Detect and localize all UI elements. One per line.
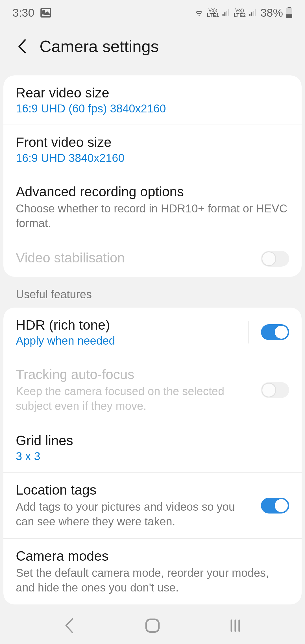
useful-features-label: Useful features [0,277,305,308]
picture-icon [40,6,52,19]
setting-title: Location tags [16,482,255,498]
setting-title: Front video size [16,134,289,150]
setting-title: Video stabilisation [16,250,255,266]
nav-recents-button[interactable] [224,614,247,637]
setting-title: Advanced recording options [16,184,289,199]
back-button[interactable] [17,41,28,52]
video-stabilisation-row: Video stabilisation [3,240,302,277]
navigation-bar [0,607,305,644]
useful-features-card: HDR (rich tone) Apply when needed Tracki… [3,308,302,604]
hdr-row[interactable]: HDR (rich tone) Apply when needed [3,308,302,357]
video-settings-card: Rear video size 16:9 UHD (60 fps) 3840x2… [3,75,302,277]
video-stabilisation-toggle [261,251,289,267]
setting-title: Rear video size [16,85,289,101]
divider [248,321,249,343]
setting-title: Tracking auto-focus [16,367,255,382]
wifi-icon [194,8,204,18]
front-video-size-row[interactable]: Front video size 16:9 UHD 3840x2160 [3,125,302,174]
status-bar: 3:30 Vo)) LTE1 Vo)) LTE2 38% [0,0,305,25]
svg-rect-4 [286,14,292,18]
setting-value: 3 x 3 [16,450,289,463]
tracking-autofocus-row: Tracking auto-focus Keep the camera focu… [3,357,302,423]
setting-title: Camera modes [16,548,289,564]
svg-point-1 [43,10,45,12]
battery-percent: 38% [260,6,283,19]
setting-title: HDR (rich tone) [16,317,242,333]
setting-desc: Keep the camera focused on the selected … [16,384,255,413]
signal2-icon [249,8,258,17]
hdr-toggle[interactable] [261,324,289,340]
page-title: Camera settings [40,37,159,56]
setting-desc: Set the default camera mode, reorder you… [16,565,289,595]
status-time: 3:30 [12,6,34,19]
signal1-icon [222,8,231,17]
setting-desc: Choose whether to record in HDR10+ forma… [16,201,289,230]
setting-value: Apply when needed [16,334,242,347]
lte1-indicator: Vo)) LTE1 [207,8,219,18]
header: Camera settings [0,25,305,75]
setting-desc: Add tags to your pictures and videos so … [16,499,255,529]
svg-rect-5 [146,619,159,632]
setting-title: Grid lines [16,433,289,448]
tracking-autofocus-toggle [261,382,289,398]
location-tags-toggle[interactable] [261,498,289,514]
camera-modes-row[interactable]: Camera modes Set the default camera mode… [3,539,302,604]
battery-icon [286,7,293,18]
location-tags-row[interactable]: Location tags Add tags to your pictures … [3,473,302,539]
advanced-recording-row[interactable]: Advanced recording options Choose whethe… [3,174,302,240]
rear-video-size-row[interactable]: Rear video size 16:9 UHD (60 fps) 3840x2… [3,75,302,125]
nav-home-button[interactable] [141,614,164,637]
setting-value: 16:9 UHD (60 fps) 3840x2160 [16,102,289,115]
svg-rect-2 [288,7,291,8]
nav-back-button[interactable] [58,614,81,637]
grid-lines-row[interactable]: Grid lines 3 x 3 [3,423,302,473]
setting-value: 16:9 UHD 3840x2160 [16,152,289,164]
lte2-indicator: Vo)) LTE2 [234,8,246,18]
